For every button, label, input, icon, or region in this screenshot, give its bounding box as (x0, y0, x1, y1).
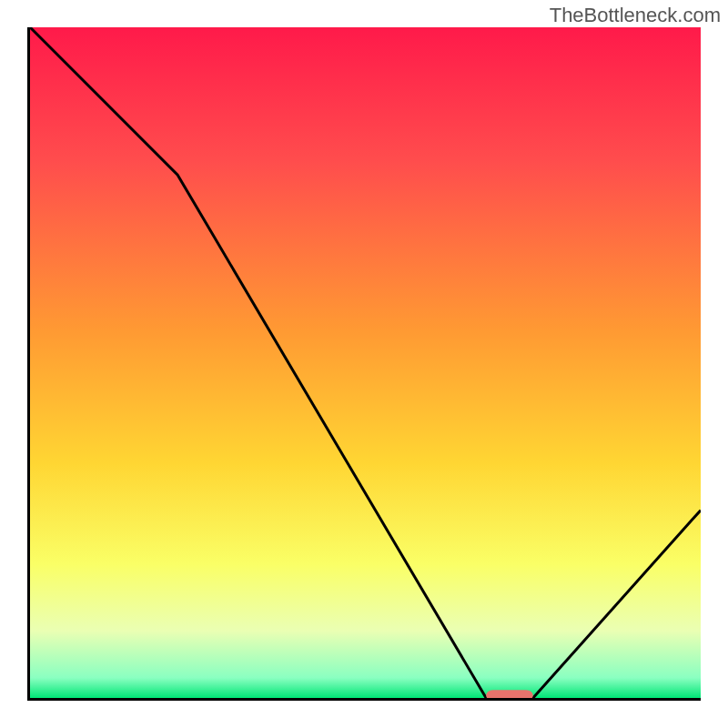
curve-layer (30, 27, 701, 698)
plot-area (27, 27, 701, 701)
chart-container: TheBottleneck.com (0, 0, 728, 728)
optimal-marker (486, 690, 533, 698)
watermark-text: TheBottleneck.com (550, 4, 721, 27)
bottleneck-curve (30, 27, 701, 698)
